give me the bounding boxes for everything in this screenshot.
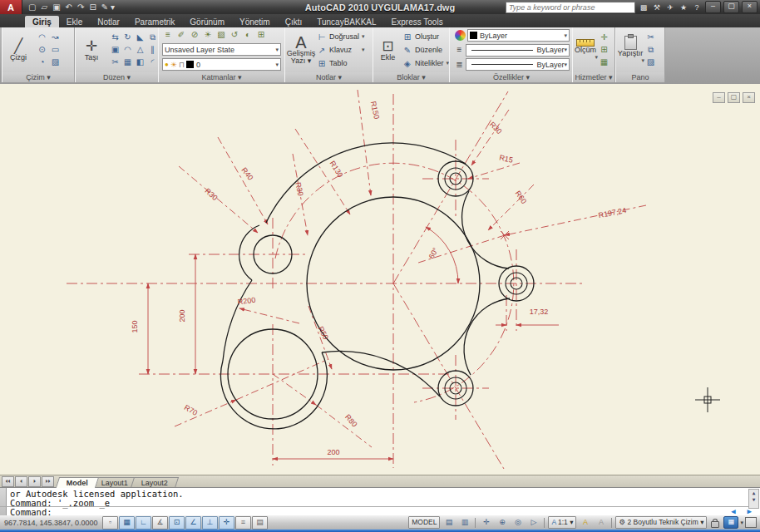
open-file-icon[interactable]: ▱ xyxy=(40,1,48,13)
panel-label-utilities[interactable]: Hizmetler ▾ xyxy=(573,72,614,82)
scroll-right-icon[interactable]: ▶ xyxy=(748,508,752,515)
layer-lock-icon[interactable]: ⊞ xyxy=(255,29,267,41)
tab-parametrik[interactable]: Parametrik xyxy=(127,16,182,27)
paste-button[interactable]: Yapıştır ▾ xyxy=(616,36,644,64)
new-file-icon[interactable]: ▢ xyxy=(27,1,37,13)
lwt-toggle[interactable]: ≡ xyxy=(235,516,251,530)
layer-match-icon[interactable]: ✐ xyxy=(175,29,187,41)
scroll-down-icon[interactable]: ▼ xyxy=(749,496,758,503)
quick-calc-icon[interactable]: ⊞ xyxy=(598,44,610,56)
table-button[interactable]: ⊞ Tablo xyxy=(317,57,365,69)
drawing-minimize-button[interactable]: – xyxy=(713,92,725,103)
quick-view-drawings-icon[interactable]: ▥ xyxy=(457,516,471,529)
explode-icon[interactable]: ▦ xyxy=(121,57,134,68)
layer-off-icon[interactable]: ⊘ xyxy=(189,29,200,41)
linetype-dropdown[interactable]: ByLayer▾ xyxy=(466,58,570,71)
save-icon[interactable]: ▣ xyxy=(52,1,61,13)
tab-ekle[interactable]: Ekle xyxy=(59,16,90,27)
layer-freeze-icon[interactable]: ◐ xyxy=(242,29,254,41)
prev-tab-button[interactable]: ⏴ xyxy=(15,476,27,487)
tab-model[interactable]: Model xyxy=(56,477,99,488)
restore-button[interactable]: ▢ xyxy=(723,1,739,13)
tab-giris[interactable]: Giriş xyxy=(25,16,59,27)
minimize-button[interactable]: – xyxy=(705,1,721,13)
workspace-switcher[interactable]: ⚙ 2 Boyutlu Teknik Çizim ▾ xyxy=(615,516,707,529)
close-button[interactable]: × xyxy=(742,1,758,13)
model-space-button[interactable]: MODEL xyxy=(408,516,440,529)
status-menu-caret[interactable]: ▾ xyxy=(740,520,743,526)
move-button[interactable]: ✛ Taşı xyxy=(76,39,107,62)
first-tab-button[interactable]: ⏴⏴ xyxy=(2,476,14,487)
attributes-button[interactable]: ◈ Nitelikler▾ xyxy=(402,57,449,69)
lineweight-dropdown[interactable]: ByLayer▾ xyxy=(466,44,570,57)
layer-dropdown[interactable]: ● ☀ ⊓ 0▾ xyxy=(162,58,281,71)
tab-cikti[interactable]: Çıktı xyxy=(278,16,310,27)
tab-express-tools[interactable]: Express Tools xyxy=(384,16,451,27)
array-icon[interactable]: ⧉ xyxy=(146,32,159,43)
panel-label-draw[interactable]: Çizim ▾ xyxy=(2,72,74,82)
zoom-icon[interactable]: ⊕ xyxy=(495,516,509,529)
tab-yonetim[interactable]: Yönetim xyxy=(232,16,278,27)
tab-notlar[interactable]: Notlar xyxy=(90,16,127,27)
quick-view-layouts-icon[interactable]: ▤ xyxy=(442,516,456,529)
leader-button[interactable]: ↗ Klavuz▾ xyxy=(317,44,365,56)
block-create-button[interactable]: ⊞ Oluştur xyxy=(402,31,449,42)
ducs-toggle[interactable]: ⊥ xyxy=(202,516,218,530)
offset-icon[interactable]: ∥ xyxy=(146,44,159,56)
dyn-toggle[interactable]: ✛ xyxy=(219,516,234,530)
trim-icon[interactable]: ◣ xyxy=(134,32,146,43)
lineweight-icon[interactable]: ≡ xyxy=(453,44,466,56)
pan-icon[interactable]: ✛ xyxy=(479,516,493,529)
panel-label-properties[interactable]: Özellikler ▾ xyxy=(450,72,573,82)
snap-toggle[interactable]: ▫ xyxy=(102,516,118,530)
panel-label-modify[interactable]: Düzen ▾ xyxy=(76,72,158,82)
application-status-icon[interactable]: ▦ xyxy=(723,516,738,529)
clean-screen-button[interactable] xyxy=(745,517,757,528)
color-dropdown[interactable]: ByLayer▾ xyxy=(467,29,570,42)
grid-toggle[interactable]: ▦ xyxy=(119,516,135,530)
measure-button[interactable]: Ölçüm ▾ xyxy=(573,39,598,61)
linetype-icon[interactable]: ≣ xyxy=(453,59,466,71)
annotation-visibility-icon[interactable]: A xyxy=(578,516,592,529)
scroll-left-icon[interactable]: ◀ xyxy=(731,508,735,515)
search-input[interactable] xyxy=(506,2,635,13)
drawing-canvas[interactable]: R150R130R30R15R60R197,24R30R40R30R200200… xyxy=(0,84,760,475)
communication-center-icon[interactable]: ✈ xyxy=(664,3,676,12)
layer-previous-icon[interactable]: ↺ xyxy=(229,29,240,41)
copy-clip-icon[interactable]: ⧉ xyxy=(644,44,657,56)
ellipse-icon[interactable]: ◔ xyxy=(36,57,48,68)
last-tab-button[interactable]: ⏵⏵ xyxy=(42,476,54,487)
next-tab-button[interactable]: ⏵ xyxy=(28,476,41,487)
layer-on-icon[interactable]: ☀ xyxy=(202,29,214,41)
layer-properties-icon[interactable]: ≡ xyxy=(162,29,174,41)
scale-icon[interactable]: △ xyxy=(134,44,146,56)
insert-block-button[interactable]: ⊡ Ekle xyxy=(373,39,402,62)
osnap-toggle[interactable]: ⊡ xyxy=(169,516,185,530)
mirror-icon[interactable]: ⇆ xyxy=(109,32,121,43)
arc-icon[interactable]: ◠ xyxy=(36,32,48,43)
line-button[interactable]: ╱ Çizgi xyxy=(2,39,34,62)
help-icon[interactable]: ? xyxy=(691,3,703,12)
drawing-close-button[interactable]: × xyxy=(743,92,755,103)
otrack-toggle[interactable]: ∠ xyxy=(185,516,201,530)
polar-toggle[interactable]: ∡ xyxy=(152,516,168,530)
rectangle-icon[interactable]: ▭ xyxy=(49,44,62,56)
customize-icon[interactable]: ✎ ▾ xyxy=(101,1,116,13)
fillet-icon[interactable]: ◠ xyxy=(121,44,134,56)
exchange-icon[interactable]: ▩ xyxy=(638,3,649,12)
erase-icon[interactable]: ✂ xyxy=(109,57,121,68)
favorites-icon[interactable]: ★ xyxy=(678,3,689,12)
autoscale-icon[interactable]: A xyxy=(594,516,608,529)
drawing-restore-button[interactable]: ▢ xyxy=(728,92,740,103)
hatch-icon[interactable]: ▨ xyxy=(49,57,62,68)
block-edit-button[interactable]: ✎ Düzenle xyxy=(402,44,449,56)
list-icon[interactable]: ▦ xyxy=(598,57,610,68)
ortho-toggle[interactable]: ∟ xyxy=(136,516,151,530)
tab-gorunum[interactable]: Görünüm xyxy=(182,16,232,27)
tab-tuncaybakkal[interactable]: TuncayBAKKAL xyxy=(309,16,383,27)
qp-toggle[interactable]: ▤ xyxy=(252,516,268,530)
copy-icon[interactable]: ▣ xyxy=(109,44,121,56)
mtext-button[interactable]: A Gelişmiş Yazı ▾ xyxy=(285,35,317,65)
layer-isolate-icon[interactable]: ▧ xyxy=(215,29,227,41)
polyline-icon[interactable]: ↝ xyxy=(49,32,62,43)
